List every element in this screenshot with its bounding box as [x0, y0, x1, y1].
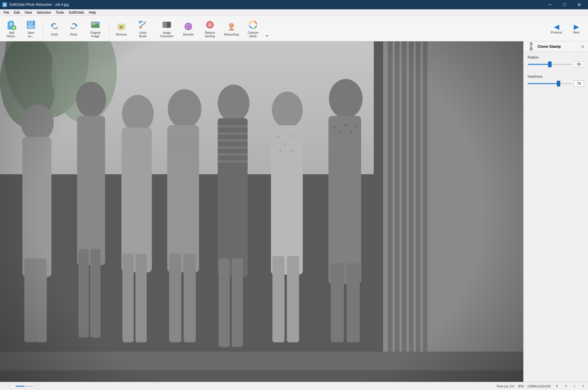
add-files-button[interactable]: AddFile(s)... [2, 17, 21, 40]
previous-button[interactable]: ◀ Previous [547, 17, 566, 40]
image-canvas-area[interactable] [0, 41, 523, 382]
undo-brush-label: UndoBrush [139, 31, 147, 38]
undo-brush-icon [137, 19, 149, 31]
svg-rect-97 [530, 44, 532, 47]
hardness-slider-thumb[interactable] [557, 81, 560, 87]
retouching-button[interactable]: Retouching [222, 17, 241, 40]
radius-value[interactable]: 50 [574, 61, 584, 68]
denoise-label: Denoise [183, 33, 194, 36]
statusbar-right: Time (s): 0.0 JPG (1998x1312x24) ℹ ↗ t f [496, 384, 586, 389]
svg-point-25 [209, 24, 211, 26]
info-icon[interactable]: ℹ [554, 384, 559, 389]
sep-1 [43, 20, 43, 37]
next-button[interactable]: ▶ Next [567, 17, 586, 40]
save-as-label: Saveas... [28, 31, 34, 38]
edit-tools-group: Undo Redo OriginalImage [45, 17, 107, 40]
time-label: Time (s): 0.0 [496, 384, 514, 388]
toolbar: AddFile(s)... Saveas... [0, 16, 588, 41]
close-button[interactable]: ✕ [572, 0, 586, 9]
svg-point-32 [232, 24, 233, 26]
zoom-controls: − + [10, 384, 39, 389]
svg-rect-11 [27, 25, 34, 28]
retouching-label: Retouching [224, 33, 239, 36]
radius-slider-row: 50 [528, 61, 584, 68]
undo-button[interactable]: Undo [45, 17, 64, 40]
colorize-photo-button[interactable]: Colorizephoto [241, 17, 265, 40]
svg-point-31 [230, 24, 231, 26]
hardness-value[interactable]: 70 [574, 80, 584, 87]
sep-2 [109, 20, 110, 37]
maximize-button[interactable]: □ [558, 0, 571, 9]
radius-slider-track[interactable] [528, 64, 572, 65]
toolbox-title-row: Clone Stamp [527, 43, 561, 51]
menu-edit[interactable]: Edit [11, 9, 22, 16]
radius-slider-thumb[interactable] [548, 61, 552, 67]
menu-help[interactable]: Help [87, 9, 99, 16]
toolbar-more-button[interactable] [265, 17, 269, 40]
add-files-icon [6, 19, 17, 31]
minimize-button[interactable]: ─ [543, 0, 557, 9]
save-as-button[interactable]: Saveas... [22, 17, 40, 40]
toolbox-panel: Clone Stamp ✕ Radius 50 Hardness [523, 41, 588, 382]
reduce-blurring-button[interactable]: Reduceblurring [198, 17, 222, 40]
svg-rect-16 [163, 22, 167, 28]
zoom-plus-button[interactable]: + [34, 384, 39, 389]
svg-rect-95 [0, 41, 523, 382]
radius-section: Radius 50 [524, 52, 588, 71]
menu-view[interactable]: View [22, 9, 34, 16]
hardness-slider-row: 70 [528, 80, 584, 87]
hardness-slider-track[interactable] [528, 83, 572, 84]
twitter-icon[interactable]: t [572, 384, 577, 389]
hardness-section: Hardness 70 [524, 71, 588, 90]
next-arrow-icon: ▶ [574, 23, 579, 31]
main-area: Clone Stamp ✕ Radius 50 Hardness [0, 41, 588, 382]
undo-icon [49, 21, 60, 32]
image-correction-button[interactable]: ImageCorrection [155, 17, 178, 40]
toolbox-close-button[interactable]: ✕ [581, 44, 585, 49]
statusbar-left: 📄 [2, 384, 8, 389]
reduce-blurring-label: Reduceblurring [205, 31, 215, 38]
page-icon: 📄 [2, 384, 8, 389]
original-image-button[interactable]: OriginalImage [84, 17, 107, 40]
photo-display [0, 41, 523, 382]
hardness-slider-fill [528, 83, 559, 84]
retouch-icon [226, 21, 237, 32]
zoom-minus-button[interactable]: − [10, 384, 15, 389]
colorize-photo-label: Colorizephoto [248, 31, 259, 38]
clone-stamp-tool-icon [527, 43, 535, 51]
redo-label: Redo [70, 33, 77, 36]
window-title: SoftOrbits Photo Retoucher - old-4.jpg [9, 3, 69, 7]
facebook-icon[interactable]: f [580, 384, 586, 389]
undo-brush-button[interactable]: UndoBrush [131, 17, 155, 40]
redo-icon [68, 21, 80, 32]
menu-file[interactable]: File [1, 9, 11, 16]
remove-button[interactable]: Remove [112, 17, 131, 40]
svg-marker-34 [266, 35, 268, 37]
save-icon [25, 19, 37, 31]
share-icon[interactable]: ↗ [563, 384, 568, 389]
menu-tools[interactable]: Tools [53, 9, 66, 16]
next-label: Next [573, 31, 580, 34]
radius-slider-fill [528, 64, 550, 65]
toolbox-tool-name: Clone Stamp [538, 44, 561, 49]
menu-selection[interactable]: Selection [34, 9, 53, 16]
toolbox-header: Clone Stamp ✕ [524, 41, 588, 52]
titlebar: 🖼 SoftOrbits Photo Retoucher - old-4.jpg… [0, 0, 588, 9]
app-icon: 🖼 [2, 2, 7, 7]
titlebar-left: 🖼 SoftOrbits Photo Retoucher - old-4.jpg [2, 2, 69, 7]
remove-label: Remove [116, 33, 127, 36]
image-correction-label: ImageCorrection [160, 31, 173, 38]
zoom-slider[interactable] [16, 386, 33, 387]
redo-button[interactable]: Redo [64, 17, 83, 40]
svg-point-99 [530, 48, 532, 50]
svg-point-14 [139, 26, 142, 29]
denoise-button[interactable]: Denoise [179, 17, 198, 40]
file-tools-group: AddFile(s)... Saveas... [2, 17, 40, 40]
titlebar-controls: ─ □ ✕ [543, 0, 586, 9]
svg-rect-10 [29, 21, 31, 24]
menu-softorbits[interactable]: SoftOrbits [66, 9, 86, 16]
radius-label: Radius [528, 55, 584, 59]
original-image-label: OriginalImage [90, 31, 100, 38]
remove-icon [115, 21, 127, 32]
dimensions-label: (1998x1312x24) [527, 384, 551, 388]
